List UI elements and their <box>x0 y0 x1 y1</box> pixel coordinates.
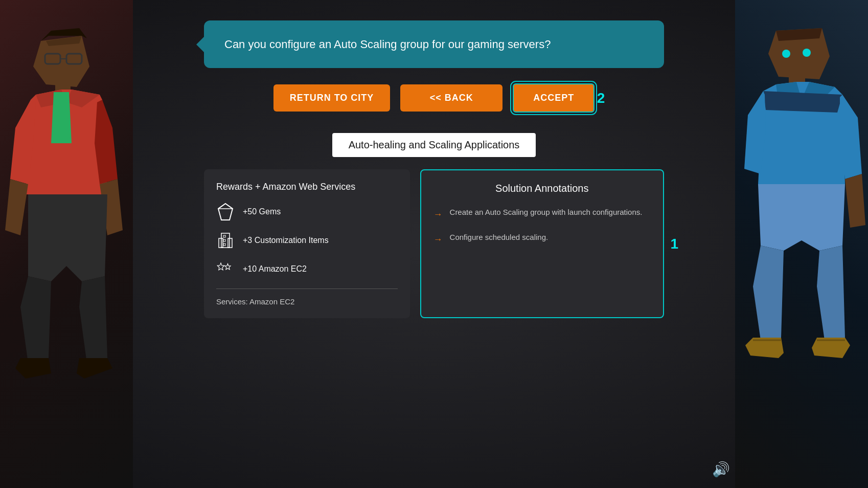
svg-marker-34 <box>817 246 845 340</box>
reward-item-ec2: +10 Amazon EC2 <box>216 260 398 278</box>
gems-text: +50 Gems <box>243 207 281 216</box>
stars-icon <box>216 260 235 278</box>
solution-card-title: Solution Annotations <box>433 183 651 194</box>
building-icon <box>216 231 235 250</box>
services-text: Services: Amazon EC2 <box>216 297 398 306</box>
svg-marker-13 <box>5 179 28 235</box>
annotation-item-1: → Create an Auto Scaling group with laun… <box>433 207 651 221</box>
svg-marker-50 <box>225 264 231 270</box>
back-button[interactable]: << BACK <box>400 84 502 112</box>
customization-text: +3 Customization Items <box>243 236 329 245</box>
solution-badge: 1 <box>670 236 678 252</box>
arrow-icon-1: → <box>433 208 443 221</box>
cards-row: Rewards + Amazon Web Services +50 Gems <box>204 169 664 318</box>
rewards-divider <box>216 289 398 289</box>
svg-marker-17 <box>79 276 107 363</box>
svg-rect-44 <box>219 238 223 248</box>
svg-point-22 <box>782 50 790 58</box>
svg-marker-39 <box>218 204 233 220</box>
dialog-box: Can you configure an Auto Scaling group … <box>204 20 664 68</box>
svg-line-41 <box>218 204 225 209</box>
svg-marker-33 <box>753 246 784 340</box>
svg-marker-31 <box>845 174 865 228</box>
annotation-text-1: Create an Auto Scaling group with launch… <box>450 207 643 218</box>
svg-line-42 <box>225 204 233 209</box>
svg-point-23 <box>803 49 811 57</box>
rewards-card-title: Rewards + Amazon Web Services <box>216 182 398 192</box>
svg-rect-45 <box>228 238 232 248</box>
rewards-card: Rewards + Amazon Web Services +50 Gems <box>204 169 410 318</box>
character-right <box>735 0 868 488</box>
character-left <box>0 0 133 488</box>
reward-item-customization: +3 Customization Items <box>216 231 398 250</box>
gem-icon <box>216 203 235 221</box>
svg-marker-16 <box>20 276 51 363</box>
dialog-text: Can you configure an Auto Scaling group … <box>224 36 644 53</box>
sound-icon[interactable]: 🔊 <box>712 461 730 478</box>
svg-marker-15 <box>28 194 107 281</box>
svg-marker-28 <box>763 91 842 113</box>
buttons-row: RETURN TO CITY << BACK ACCEPT 2 <box>273 83 595 113</box>
svg-marker-19 <box>77 358 112 379</box>
accept-button[interactable]: ACCEPT <box>513 83 595 113</box>
accept-button-wrapper: ACCEPT 2 <box>513 83 595 113</box>
svg-rect-48 <box>223 243 225 246</box>
main-content: Can you configure an Auto Scaling group … <box>133 0 735 488</box>
reward-item-gems: +50 Gems <box>216 203 398 221</box>
annotation-text-2: Configure scheduled scaling. <box>450 232 549 243</box>
return-to-city-button[interactable]: RETURN TO CITY <box>273 84 391 112</box>
svg-marker-18 <box>15 358 51 379</box>
section-title: Auto-healing and Scaling Applications <box>349 139 520 150</box>
solution-card: Solution Annotations → Create an Auto Sc… <box>420 169 664 318</box>
arrow-icon-2: → <box>433 233 443 247</box>
ec2-text: +10 Amazon EC2 <box>243 264 307 274</box>
svg-marker-32 <box>758 184 845 251</box>
svg-rect-46 <box>223 235 225 237</box>
svg-marker-49 <box>217 263 224 270</box>
section-title-box: Auto-healing and Scaling Applications <box>332 133 536 157</box>
annotation-item-2: → Configure scheduled scaling. <box>433 232 651 247</box>
svg-rect-47 <box>223 239 225 241</box>
accept-badge: 2 <box>597 90 605 106</box>
svg-marker-10 <box>51 92 72 143</box>
